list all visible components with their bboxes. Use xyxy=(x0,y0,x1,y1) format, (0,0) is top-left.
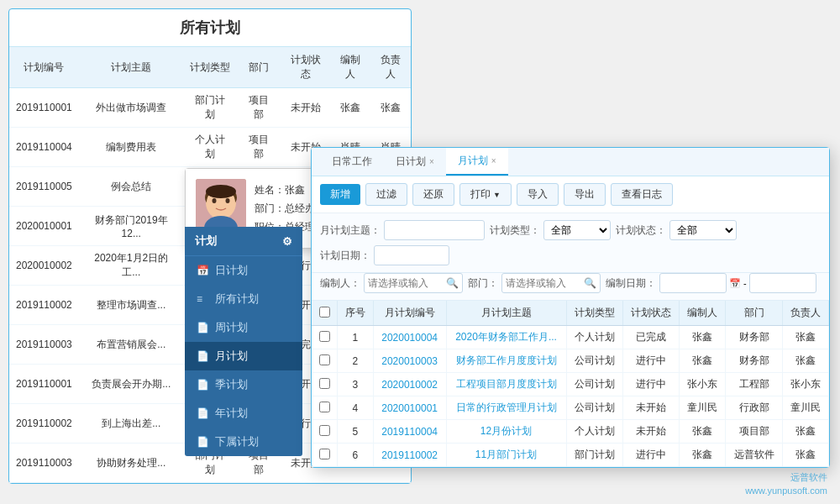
bg-cell[interactable]: 2020年1月2日的工... xyxy=(79,246,184,286)
main-col-header[interactable]: 计划状态 xyxy=(622,301,679,326)
gear-icon[interactable]: ⚙ xyxy=(282,235,292,248)
tab-月计划[interactable]: 月计划× xyxy=(446,148,508,176)
editor-input[interactable] xyxy=(368,277,444,289)
tab-bar: 日常工作日计划×月计划× xyxy=(312,148,829,176)
row-checkbox[interactable] xyxy=(319,354,330,365)
main-col-header[interactable]: 计划类型 xyxy=(566,301,622,326)
table-cell: 已完成 xyxy=(622,326,679,349)
date-row: 计划日期： xyxy=(320,245,449,265)
main-col-header[interactable]: 月计划编号 xyxy=(373,301,446,326)
select-all-checkbox[interactable] xyxy=(319,307,330,318)
bg-cell[interactable]: 负责展会开办期... xyxy=(79,365,184,404)
bg-cell[interactable]: 编制费用表 xyxy=(79,128,184,167)
table-cell[interactable]: 日常的行政管理月计划 xyxy=(446,396,566,420)
table-cell[interactable]: 2020010003 xyxy=(373,349,446,373)
bg-cell[interactable]: 例会总结 xyxy=(79,167,184,207)
bg-cell: 2019110005 xyxy=(9,167,79,207)
tab-close-icon[interactable]: × xyxy=(491,156,496,165)
print-button[interactable]: 打印 ▼ xyxy=(459,183,512,206)
type-select[interactable]: 全部个人计划部门计划公司计划 xyxy=(543,220,611,240)
table-cell: 2 xyxy=(338,349,374,373)
row-checkbox[interactable] xyxy=(319,425,330,436)
table-cell[interactable]: 2020010004 xyxy=(373,326,446,349)
table-cell: 部门计划 xyxy=(566,444,622,467)
row-checkbox-cell[interactable] xyxy=(312,326,338,349)
svg-point-7 xyxy=(206,185,236,198)
log-button[interactable]: 查看日志 xyxy=(611,183,673,206)
sidebar-menu: 计划 ⚙ 📅日计划≡所有计划📄周计划📄月计划📄季计划📄年计划📄下属计划 xyxy=(185,227,302,456)
filter-button[interactable]: 过滤 xyxy=(365,183,407,206)
table-cell[interactable]: 工程项目部月度度计划 xyxy=(446,373,566,396)
bg-cell: 2019110003 xyxy=(9,325,79,365)
bg-cell[interactable]: 到上海出差... xyxy=(79,404,184,444)
dept-search-icon[interactable]: 🔍 xyxy=(584,277,596,289)
tab-日计划[interactable]: 日计划× xyxy=(384,148,446,176)
edit-date-row: 编制日期： 📅 - xyxy=(606,273,816,293)
bg-cell[interactable]: 财务部门2019年12... xyxy=(79,207,184,246)
sidebar-item-日计划[interactable]: 📅日计划 xyxy=(185,256,302,285)
row-checkbox-cell[interactable] xyxy=(312,349,338,373)
svg-point-5 xyxy=(213,198,217,203)
export-button[interactable]: 导出 xyxy=(564,183,606,206)
row-checkbox[interactable] xyxy=(319,449,330,459)
tab-close-icon[interactable]: × xyxy=(429,157,434,166)
main-col-header[interactable]: 序号 xyxy=(338,301,374,326)
main-col-header[interactable]: 月计划主题 xyxy=(446,301,566,326)
row-checkbox[interactable] xyxy=(319,402,330,412)
table-cell[interactable]: 2020年财务部工作月... xyxy=(446,326,566,349)
bg-cell[interactable]: 外出做市场调查 xyxy=(79,88,184,128)
tab-日常工作[interactable]: 日常工作 xyxy=(320,148,384,176)
data-table-wrap: 序号月计划编号月计划主题计划类型计划状态编制人部门负责人 12020010004… xyxy=(312,301,829,467)
edit-date-end[interactable] xyxy=(749,273,816,293)
table-cell[interactable]: 2020010001 xyxy=(373,396,446,420)
table-cell[interactable]: 11月部门计划 xyxy=(446,444,566,467)
row-checkbox-cell[interactable] xyxy=(312,396,338,420)
main-col-header[interactable]: 编制人 xyxy=(680,301,726,326)
table-cell: 张鑫 xyxy=(782,349,828,373)
sidebar-item-周计划[interactable]: 📄周计划 xyxy=(185,313,302,342)
status-label: 计划状态： xyxy=(616,223,666,238)
bg-cell: 张鑫 xyxy=(331,88,371,128)
edit-date-start[interactable] xyxy=(659,273,727,293)
sidebar-item-年计划[interactable]: 📄年计划 xyxy=(185,399,302,428)
table-cell[interactable]: 2019110002 xyxy=(373,444,446,467)
sidebar-item-label: 所有计划 xyxy=(215,291,259,307)
date-start-input[interactable] xyxy=(374,245,449,265)
row-checkbox[interactable] xyxy=(319,378,330,389)
profile-dept: 部门：总经办 xyxy=(255,202,315,216)
row-checkbox[interactable] xyxy=(319,331,330,342)
table-cell[interactable]: 12月份计划 xyxy=(446,420,566,444)
main-col-header[interactable]: 负责人 xyxy=(782,301,828,326)
bg-cell[interactable]: 整理市场调查... xyxy=(79,286,184,325)
table-cell: 未开始 xyxy=(622,396,679,420)
bg-cell: 项目部 xyxy=(237,128,281,167)
toolbar: 新增 过滤 还原 打印 ▼ 导入 导出 查看日志 xyxy=(312,176,829,213)
sidebar-item-下属计划[interactable]: 📄下属计划 xyxy=(185,428,302,456)
status-select[interactable]: 全部未开始进行中已完成 xyxy=(669,220,737,240)
sidebar-item-所有计划[interactable]: ≡所有计划 xyxy=(185,285,302,313)
tab-label: 月计划 xyxy=(458,154,488,168)
bg-cell[interactable]: 协助财务处理... xyxy=(79,444,184,483)
add-button[interactable]: 新增 xyxy=(320,184,360,205)
topic-input[interactable] xyxy=(384,220,485,240)
row-checkbox-cell[interactable] xyxy=(312,444,338,467)
table-cell[interactable]: 财务部工作月度度计划 xyxy=(446,349,566,373)
table-cell[interactable]: 2020010002 xyxy=(373,373,446,396)
sidebar-item-季计划[interactable]: 📄季计划 xyxy=(185,370,302,399)
topic-row: 月计划主题： xyxy=(320,220,485,240)
restore-button[interactable]: 还原 xyxy=(412,183,454,206)
import-button[interactable]: 导入 xyxy=(517,183,559,206)
table-cell: 童川民 xyxy=(680,396,726,420)
row-checkbox-cell[interactable] xyxy=(312,373,338,396)
dept-label: 部门： xyxy=(468,276,498,291)
table-row: 32020010002工程项目部月度度计划公司计划进行中张小东工程部张小东 xyxy=(312,373,829,396)
sidebar-item-月计划[interactable]: 📄月计划 xyxy=(185,342,302,370)
sidebar-item-icon: 📄 xyxy=(197,350,208,362)
table-cell[interactable]: 2019110004 xyxy=(373,420,446,444)
bg-cell[interactable]: 布置营销展会... xyxy=(79,325,184,365)
main-col-header[interactable]: 部门 xyxy=(726,301,782,326)
editor-search-icon[interactable]: 🔍 xyxy=(446,277,459,289)
print-dropdown-arrow: ▼ xyxy=(493,191,501,199)
row-checkbox-cell[interactable] xyxy=(312,420,338,444)
dept-input[interactable] xyxy=(506,277,581,289)
